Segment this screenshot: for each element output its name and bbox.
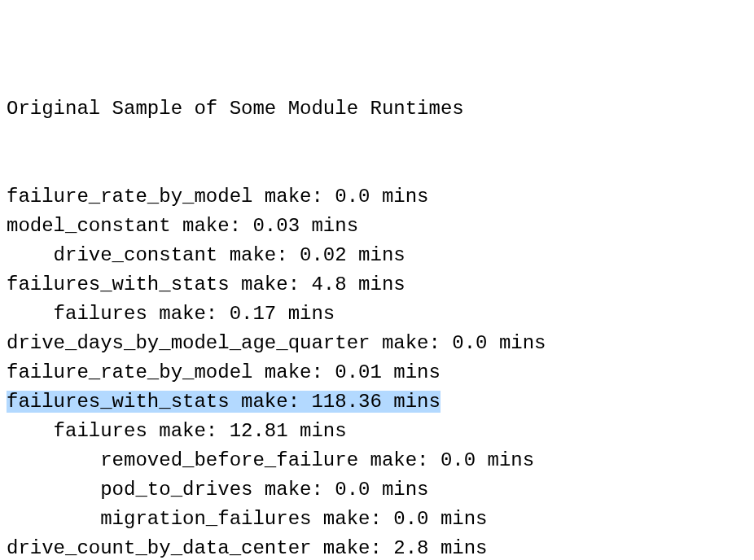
runtime-line: failures_with_stats make: 4.8 mins — [7, 270, 747, 300]
runtime-line: model_constant make: 0.03 mins — [7, 212, 747, 241]
highlighted-line: failures_with_stats make: 118.36 mins — [7, 391, 441, 413]
runtime-line: failure_rate_by_model make: 0.0 mins — [7, 182, 747, 212]
runtime-line: failures_with_stats make: 118.36 mins — [7, 387, 747, 417]
runtime-line: migration_failures make: 0.0 mins — [7, 505, 747, 534]
runtime-list: failure_rate_by_model make: 0.0 minsmode… — [7, 182, 747, 560]
runtime-line: drive_days_by_model_age_quarter make: 0.… — [7, 329, 747, 358]
runtime-line: drive_constant make: 0.02 mins — [7, 241, 747, 270]
runtime-line: failures make: 0.17 mins — [7, 300, 747, 329]
page-title: Original Sample of Some Module Runtimes — [7, 94, 747, 124]
runtime-line: drive_count_by_data_center make: 2.8 min… — [7, 534, 747, 560]
runtime-line: failure_rate_by_model make: 0.01 mins — [7, 358, 747, 387]
runtime-line: pod_to_drives make: 0.0 mins — [7, 475, 747, 505]
runtime-line: failures make: 12.81 mins — [7, 417, 747, 446]
runtime-line: removed_before_failure make: 0.0 mins — [7, 446, 747, 475]
